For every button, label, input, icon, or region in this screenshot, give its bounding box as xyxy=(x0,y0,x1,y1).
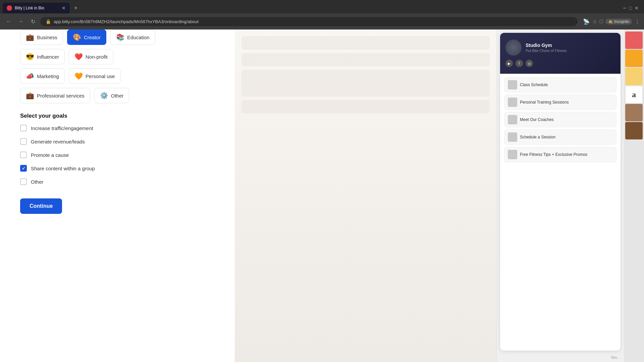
category-personal-use[interactable]: 🧡 Personal use xyxy=(69,68,121,84)
goal-checkbox-revenue[interactable] xyxy=(20,138,27,145)
refresh-button[interactable]: ↻ xyxy=(28,17,38,26)
preview-link-promos: Free Fitness Tips + Exclusive Promos xyxy=(504,147,616,162)
save-label: Sav... xyxy=(497,354,624,362)
lock-icon: 🔒 xyxy=(46,19,51,24)
category-row-4: 💼 Professional services ⚙️ Other xyxy=(20,88,215,103)
non-profit-label: Non-profit xyxy=(86,54,108,60)
link-label-2: Personal Training Sessions xyxy=(520,100,569,105)
far-right-thumbs: a xyxy=(624,29,644,362)
address-bar[interactable]: 🔒 app.bitly.com/Bn587h9MZH2/launchpads/M… xyxy=(40,17,578,26)
goal-checkbox-other[interactable] xyxy=(20,178,27,185)
tab-close-button[interactable]: ✕ xyxy=(62,5,66,11)
cast-icon[interactable]: 📡 xyxy=(583,18,590,25)
link-label-3: Meet Our Coaches xyxy=(520,117,554,122)
category-non-profit[interactable]: ❤️ Non-profit xyxy=(69,49,113,64)
goal-item-share-content: Share content within a group xyxy=(20,165,215,172)
influencer-label: Influencer xyxy=(37,54,59,60)
marketing-label: Marketing xyxy=(37,73,59,79)
menu-icon[interactable]: ⋮ xyxy=(635,18,640,25)
new-tab-button[interactable]: + xyxy=(71,3,80,13)
goals-title: Select your goals xyxy=(20,113,215,119)
goal-label-traffic: Increase traffic/engagement xyxy=(31,125,93,131)
preview-profile-info: Studio Gym Put Bite Chore of Fitness xyxy=(526,43,567,53)
goal-label-cause: Promote a cause xyxy=(31,152,69,158)
youtube-icon: ▶ xyxy=(505,60,513,67)
goal-checkbox-share-content[interactable] xyxy=(20,165,27,172)
preview-card: Studio Gym Put Bite Chore of Fitness ▶ f… xyxy=(500,33,621,351)
influencer-emoji: 😎 xyxy=(26,53,34,61)
creator-label: Creator xyxy=(84,35,101,40)
professional-services-label: Professional services xyxy=(37,93,85,99)
maximize-button[interactable]: □ xyxy=(629,5,632,11)
non-profit-emoji: ❤️ xyxy=(74,53,83,61)
business-label: Business xyxy=(37,35,57,40)
goals-section: Select your goals Increase traffic/engag… xyxy=(20,113,215,185)
form-area: 💼 Business 🎨 Creator 📚 Education 😎 Influ… xyxy=(0,29,235,362)
goal-item-cause: Promote a cause xyxy=(20,152,215,158)
preview-links-container: Class Schedule Personal Training Session… xyxy=(500,74,621,166)
close-window-button[interactable]: ✕ xyxy=(635,5,639,11)
personal-use-emoji: 🧡 xyxy=(74,72,83,80)
goal-label-other: Other xyxy=(31,179,44,185)
preview-section: Studio Gym Put Bite Chore of Fitness ▶ f… xyxy=(496,29,624,362)
nav-icons: 📡 ☆ □ 🕵️ Incognito ⋮ xyxy=(583,18,640,25)
personal-use-label: Personal use xyxy=(86,73,115,79)
preview-link-personal-training: Personal Training Sessions xyxy=(504,95,616,110)
link-thumb-2 xyxy=(508,98,517,107)
other-category-emoji: ⚙️ xyxy=(100,92,108,100)
preview-link-coaches: Meet Our Coaches xyxy=(504,112,616,127)
extensions-icon[interactable]: □ xyxy=(600,18,603,24)
category-influencer[interactable]: 😎 Influencer xyxy=(20,49,65,64)
minimize-button[interactable]: − xyxy=(623,5,627,12)
thumb-orange xyxy=(625,50,643,67)
incognito-badge: 🕵️ Incognito xyxy=(605,19,632,24)
category-education[interactable]: 📚 Education xyxy=(110,29,155,45)
goal-checkbox-traffic[interactable] xyxy=(20,125,27,131)
link-thumb-5 xyxy=(508,150,517,159)
preview-profile-row: Studio Gym Put Bite Chore of Fitness xyxy=(505,40,615,56)
thumb-food1 xyxy=(625,104,643,121)
tab-bar: Bitly | Link in Bio ✕ + − □ ✕ xyxy=(0,0,644,13)
back-button[interactable]: ← xyxy=(4,17,13,26)
link-label-5: Free Fitness Tips + Exclusive Promos xyxy=(520,152,587,157)
faded-content xyxy=(241,36,490,117)
form-bg-right xyxy=(235,29,496,362)
category-business[interactable]: 💼 Business xyxy=(20,29,63,45)
goal-label-share-content: Share content within a group xyxy=(31,166,95,171)
bookmark-icon[interactable]: ☆ xyxy=(592,18,597,25)
business-emoji: 💼 xyxy=(26,33,34,41)
preview-avatar xyxy=(505,40,522,56)
category-other[interactable]: ⚙️ Other xyxy=(94,88,129,103)
link-thumb-4 xyxy=(508,132,517,142)
creator-emoji: 🎨 xyxy=(73,33,81,41)
facebook-icon: f xyxy=(516,60,523,67)
goal-label-revenue: Generate revenue/leads xyxy=(31,139,85,144)
link-thumb-1 xyxy=(508,80,517,89)
thumb-amazon: a xyxy=(625,86,643,103)
forward-button[interactable]: → xyxy=(16,17,25,26)
education-label: Education xyxy=(127,35,150,40)
preview-link-schedule-session: Schedule a Session xyxy=(504,129,616,145)
other-category-label: Other xyxy=(111,93,124,99)
education-emoji: 📚 xyxy=(116,33,124,41)
tab-favicon xyxy=(7,5,12,11)
goal-checkbox-cause[interactable] xyxy=(20,152,27,158)
url-text: app.bitly.com/Bn587h9MZH2/launchpads/Mn5… xyxy=(54,19,572,24)
tab-title: Bitly | Link in Bio xyxy=(15,6,59,10)
goal-item-other: Other xyxy=(20,178,215,185)
link-thumb-3 xyxy=(508,115,517,124)
professional-services-emoji: 💼 xyxy=(26,92,34,100)
goal-item-traffic: Increase traffic/engagement xyxy=(20,125,215,131)
category-professional-services[interactable]: 💼 Professional services xyxy=(20,88,90,103)
active-tab[interactable]: Bitly | Link in Bio ✕ xyxy=(3,3,70,13)
goal-item-revenue: Generate revenue/leads xyxy=(20,138,215,145)
continue-button[interactable]: Continue xyxy=(20,198,62,214)
preview-social-icons: ▶ f ◎ xyxy=(505,60,615,67)
thumb-food2 xyxy=(625,122,643,139)
marketing-emoji: 📣 xyxy=(26,72,34,80)
preview-tagline: Put Bite Chore of Fitness xyxy=(526,49,567,53)
browser-chrome: Bitly | Link in Bio ✕ + − □ ✕ ← → ↻ 🔒 ap… xyxy=(0,0,644,29)
category-marketing[interactable]: 📣 Marketing xyxy=(20,68,65,84)
nav-bar: ← → ↻ 🔒 app.bitly.com/Bn587h9MZH2/launch… xyxy=(0,13,644,29)
category-creator[interactable]: 🎨 Creator xyxy=(67,29,106,45)
